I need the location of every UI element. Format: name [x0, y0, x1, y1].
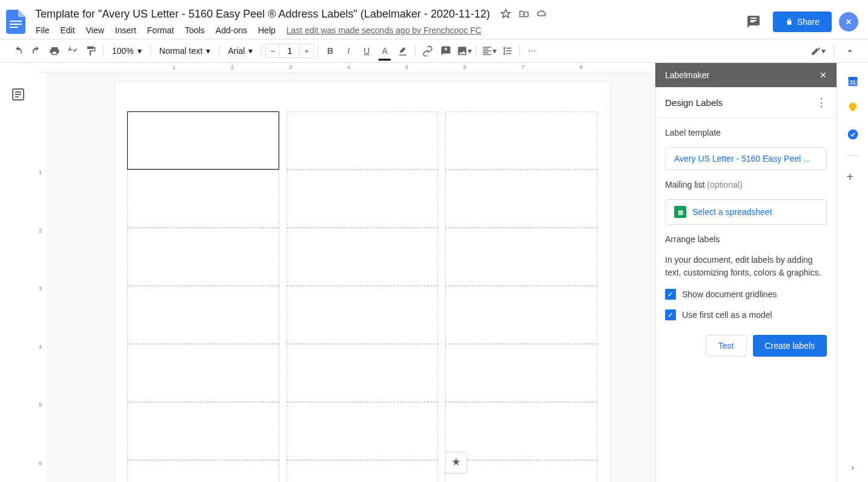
label-cell[interactable]: [287, 286, 439, 344]
panel-title: Labelmaker: [665, 70, 709, 80]
highlight-icon[interactable]: [394, 42, 411, 59]
label-cell[interactable]: [127, 228, 279, 286]
label-cell[interactable]: [445, 344, 597, 402]
docs-logo-icon[interactable]: [5, 11, 27, 33]
undo-icon[interactable]: [10, 42, 27, 59]
explore-button[interactable]: [445, 452, 467, 474]
font-select[interactable]: Arial▾: [223, 44, 257, 58]
gridlines-checkbox[interactable]: ✓ Show document gridlines: [665, 289, 827, 300]
label-cell[interactable]: [127, 286, 279, 344]
label-cell-active[interactable]: [127, 111, 279, 170]
kebab-menu-icon[interactable]: ⋮: [816, 96, 827, 109]
create-labels-button[interactable]: Create labels: [753, 335, 827, 357]
align-icon[interactable]: ▾: [480, 42, 497, 59]
label-cell[interactable]: [287, 460, 439, 482]
label-cell[interactable]: [287, 402, 439, 460]
label-cell[interactable]: [127, 170, 279, 228]
menu-view[interactable]: View: [82, 23, 108, 38]
image-icon[interactable]: ▾: [456, 42, 472, 59]
redo-icon[interactable]: [28, 42, 45, 59]
document-page[interactable]: [115, 82, 609, 482]
style-select[interactable]: Normal text▾: [154, 44, 216, 58]
label-cell[interactable]: [127, 460, 279, 482]
horizontal-ruler[interactable]: 1 2 3 4 5 6 7 8: [36, 63, 655, 73]
menu-addons[interactable]: Add-ons: [211, 23, 251, 38]
spellcheck-icon[interactable]: [64, 42, 81, 59]
label-cell[interactable]: [287, 111, 439, 170]
first-cell-checkbox[interactable]: ✓ Use first cell as a model: [665, 309, 827, 320]
lock-icon: [785, 18, 793, 26]
menu-tools[interactable]: Tools: [181, 23, 209, 38]
label-cell[interactable]: [445, 460, 597, 482]
bold-icon[interactable]: B: [322, 42, 339, 59]
label-cell[interactable]: [445, 170, 597, 228]
check-icon: ✓: [665, 309, 676, 320]
collapse-rail-icon[interactable]: ›: [851, 463, 854, 472]
label-cell[interactable]: [445, 286, 597, 344]
template-label: Label template: [665, 128, 827, 137]
paint-format-icon[interactable]: [82, 42, 99, 59]
star-icon[interactable]: [500, 8, 512, 20]
menu-file[interactable]: File: [31, 23, 54, 38]
comment-add-icon[interactable]: [437, 42, 454, 59]
menu-edit[interactable]: Edit: [56, 23, 79, 38]
increase-font-icon[interactable]: +: [299, 44, 314, 58]
document-editor[interactable]: 1 2 3 4 5 6 7 8 1 2 3 4 5 6: [36, 63, 655, 482]
vertical-ruler[interactable]: 1 2 3 4 5 6: [36, 73, 46, 482]
collapse-icon[interactable]: [841, 42, 858, 59]
line-spacing-icon[interactable]: [499, 42, 515, 59]
label-cell[interactable]: [127, 344, 279, 402]
svg-rect-1: [10, 24, 22, 25]
calendar-icon[interactable]: 31: [847, 75, 859, 87]
user-avatar[interactable]: [839, 12, 858, 31]
mailing-label: Mailing list (optional): [665, 180, 827, 190]
svg-rect-0: [10, 21, 22, 22]
label-cell[interactable]: [445, 228, 597, 286]
move-icon[interactable]: [518, 8, 530, 20]
label-cell[interactable]: [445, 111, 597, 170]
label-cell[interactable]: [127, 402, 279, 460]
document-title[interactable]: Template for "Avery US Letter - 5160 Eas…: [31, 7, 494, 22]
italic-icon[interactable]: I: [340, 42, 357, 59]
select-spreadsheet-button[interactable]: ▦ Select a spreadsheet: [665, 199, 827, 225]
zoom-select[interactable]: 100%▾: [107, 44, 147, 58]
comments-icon[interactable]: [741, 10, 766, 34]
label-cell[interactable]: [287, 228, 439, 286]
outline-icon[interactable]: [11, 87, 25, 102]
menu-help[interactable]: Help: [254, 23, 280, 38]
panel-subtitle: Design Labels: [665, 97, 723, 108]
labelmaker-panel: Labelmaker ✕ Design Labels ⋮ Label templ…: [655, 63, 837, 482]
cloud-icon[interactable]: [536, 8, 548, 20]
link-icon[interactable]: [419, 42, 436, 59]
test-button[interactable]: Test: [706, 335, 747, 357]
sheets-icon: ▦: [674, 206, 686, 218]
template-select-button[interactable]: Avery US Letter - 5160 Easy Peel ...: [665, 147, 827, 170]
editing-mode-icon[interactable]: ▾: [809, 42, 826, 59]
label-cell[interactable]: [287, 170, 439, 228]
menu-format[interactable]: Format: [143, 23, 178, 38]
svg-rect-2: [10, 27, 18, 28]
menu-bar: File Edit View Insert Format Tools Add-o…: [31, 23, 741, 38]
font-size-input[interactable]: [280, 44, 299, 58]
close-icon[interactable]: ✕: [820, 70, 827, 80]
tasks-icon[interactable]: [847, 128, 859, 140]
side-rail: 31 + ›: [837, 63, 868, 482]
text-color-icon[interactable]: A: [376, 42, 393, 59]
arrange-text: In your document, edit labels by adding …: [665, 254, 827, 279]
font-size-stepper[interactable]: − +: [265, 44, 314, 58]
underline-icon[interactable]: U: [358, 42, 375, 59]
share-button[interactable]: Share: [773, 12, 832, 32]
last-edit-link[interactable]: Last edit was made seconds ago by French…: [282, 23, 486, 38]
menu-insert[interactable]: Insert: [111, 23, 141, 38]
add-addon-icon[interactable]: +: [847, 170, 859, 182]
label-cell[interactable]: [445, 402, 597, 460]
chevron-down-icon: ▾: [206, 46, 210, 56]
print-icon[interactable]: [46, 42, 63, 59]
decrease-font-icon[interactable]: −: [265, 44, 280, 58]
label-cell[interactable]: [287, 344, 439, 402]
chevron-down-icon: ▾: [248, 46, 253, 56]
keep-icon[interactable]: [847, 102, 859, 114]
svg-text:31: 31: [850, 79, 856, 85]
svg-point-11: [847, 130, 858, 140]
more-icon[interactable]: ⋯: [523, 42, 540, 59]
